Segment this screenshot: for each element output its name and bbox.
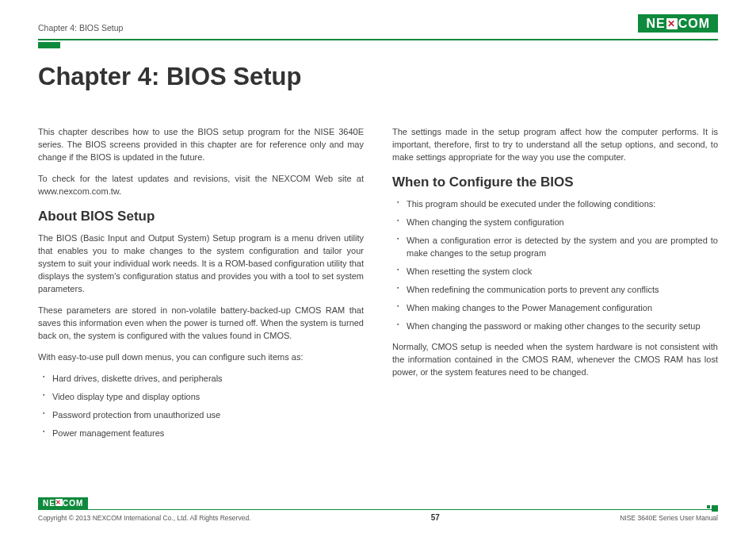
intro-paragraph-1: This chapter describes how to use the BI… [38,126,364,164]
list-item: Password protection from unauthorized us… [43,409,364,422]
list-item: Hard drives, diskette drives, and periph… [43,373,364,385]
heading-about: About BIOS Setup [38,207,364,227]
logo-x-icon: ✕ [666,18,678,29]
page-number: 57 [431,513,440,522]
logo-post: COM [678,17,710,30]
list-item: When changing the system configuration [397,217,718,229]
list-item: When a configuration error is detected b… [397,235,718,260]
page-title: Chapter 4: BIOS Setup [38,63,718,91]
list-item: When resetting the system clock [397,266,718,278]
when-list: This program should be executed under th… [397,198,718,333]
footer-manual: NISE 3640E Series User Manual [620,514,718,522]
about-paragraph-3: With easy-to-use pull down menus, you ca… [38,351,364,364]
logo-pre: NE [646,17,665,30]
when-outro: Normally, CMOS setup is needed when the … [392,341,718,379]
header-chapter-ref: Chapter 4: BIOS Setup [38,23,123,33]
footer-rule [38,509,718,511]
list-item: Power management features [43,428,364,440]
heading-when: When to Configure the BIOS [392,173,718,193]
about-paragraph-2: These parameters are stored in non-volat… [38,305,364,343]
header-rule [38,39,718,40]
left-column: This chapter describes how to use the BI… [38,126,364,448]
list-item: When redefining the communication ports … [397,284,718,297]
footer-logo: NE✕COM [38,497,88,509]
list-item: Video display type and display options [43,391,364,404]
settings-intro: The settings made in the setup program a… [392,126,718,164]
logo-x-icon: ✕ [55,499,63,506]
logo-pre: NE [43,499,55,508]
logo-post: COM [63,499,83,508]
about-paragraph-1: The BIOS (Basic Input and Output System)… [38,232,364,296]
brand-logo: NE✕COM [638,14,718,33]
intro-paragraph-2: To check for the latest updates and revi… [38,173,364,198]
list-item: When changing the password or making oth… [397,320,718,333]
list-item: When making changes to the Power Managem… [397,302,718,315]
about-list: Hard drives, diskette drives, and periph… [43,373,364,440]
list-item: This program should be executed under th… [397,198,718,211]
footer-copyright: Copyright © 2013 NEXCOM International Co… [38,514,250,522]
right-column: The settings made in the setup program a… [392,126,718,448]
